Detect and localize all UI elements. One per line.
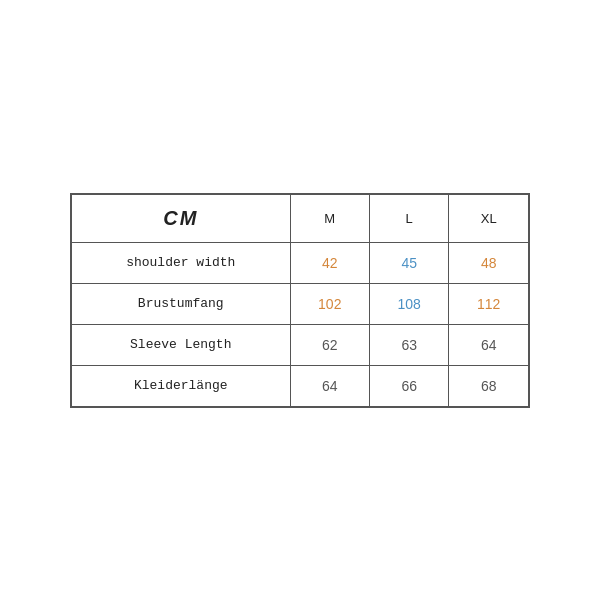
row-2-val-2: 64 bbox=[449, 324, 529, 365]
row-label-3: Kleiderlänge bbox=[72, 365, 291, 406]
row-3-val-0: 64 bbox=[290, 365, 369, 406]
table-header-row: CM M L XL bbox=[72, 194, 529, 242]
header-size-l: L bbox=[369, 194, 448, 242]
row-3-val-1: 66 bbox=[369, 365, 448, 406]
row-2-val-1: 63 bbox=[369, 324, 448, 365]
header-size-xl: XL bbox=[449, 194, 529, 242]
row-2-val-0: 62 bbox=[290, 324, 369, 365]
row-label-0: shoulder width bbox=[72, 242, 291, 283]
row-1-val-1: 108 bbox=[369, 283, 448, 324]
size-table: CM M L XL shoulder width424548Brustumfan… bbox=[71, 194, 529, 407]
size-table-wrapper: CM M L XL shoulder width424548Brustumfan… bbox=[70, 193, 530, 408]
row-label-2: Sleeve Length bbox=[72, 324, 291, 365]
row-0-val-2: 48 bbox=[449, 242, 529, 283]
header-size-m: M bbox=[290, 194, 369, 242]
row-label-1: Brustumfang bbox=[72, 283, 291, 324]
row-0-val-0: 42 bbox=[290, 242, 369, 283]
row-1-val-2: 112 bbox=[449, 283, 529, 324]
header-cm-label: CM bbox=[72, 194, 291, 242]
table-row: Sleeve Length626364 bbox=[72, 324, 529, 365]
table-row: shoulder width424548 bbox=[72, 242, 529, 283]
table-row: Brustumfang102108112 bbox=[72, 283, 529, 324]
table-row: Kleiderlänge646668 bbox=[72, 365, 529, 406]
row-3-val-2: 68 bbox=[449, 365, 529, 406]
row-0-val-1: 45 bbox=[369, 242, 448, 283]
row-1-val-0: 102 bbox=[290, 283, 369, 324]
